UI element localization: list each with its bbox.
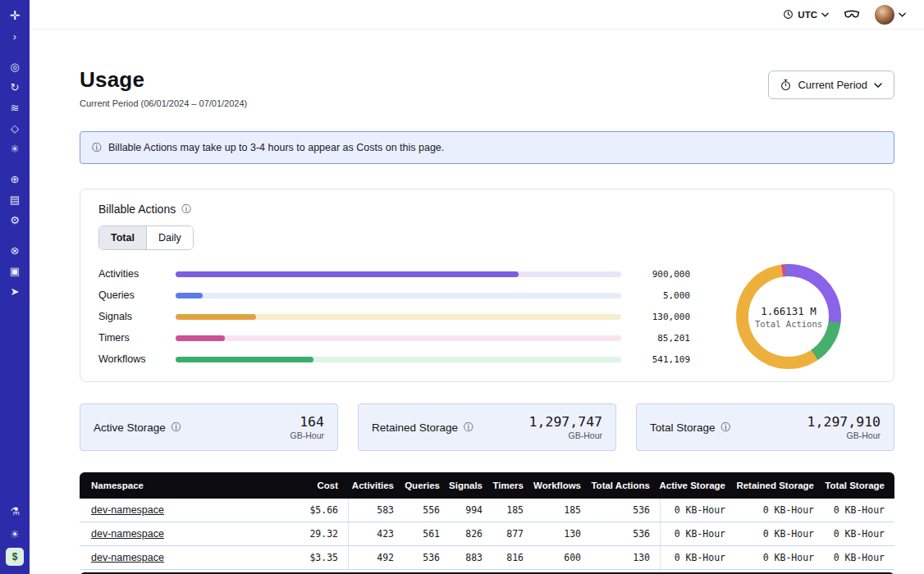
table-cell: 583	[348, 499, 404, 522]
namespace-cell: dev-namespace	[80, 522, 299, 545]
table-cell: 185	[492, 499, 533, 522]
chevron-down-icon	[821, 12, 829, 17]
namespace-link[interactable]: dev-namespace	[91, 552, 164, 563]
total-actions-label: Total Actions	[755, 319, 822, 329]
column-header-cost: Cost	[299, 472, 348, 499]
user-avatar	[875, 5, 894, 25]
deployments-icon[interactable]: ◇	[4, 119, 25, 137]
lab-flask-icon[interactable]: ⚗	[4, 502, 25, 520]
info-icon[interactable]: ⓘ	[181, 204, 191, 214]
bar-label: Queries	[98, 289, 171, 301]
bar-fill	[176, 335, 225, 341]
column-header-retained-storage: Retained Storage	[735, 472, 824, 499]
bar-label: Timers	[98, 332, 171, 344]
column-header-total-storage: Total Storage	[824, 472, 894, 499]
period-selector-label: Current Period	[798, 79, 867, 91]
table-cell: 0 KB-Hour	[735, 522, 824, 545]
collapse-panel-chevron-icon[interactable]: ›	[4, 27, 25, 45]
table-cell: 423	[348, 522, 404, 545]
sidebar-icon-group: ✛›	[4, 7, 25, 45]
limits-icon[interactable]: ⊗	[4, 241, 25, 259]
timezone-label: UTC	[798, 10, 817, 20]
chevron-down-icon	[899, 12, 906, 17]
nexus-goggles-icon[interactable]	[844, 10, 860, 20]
storage-card-label: Active Storage	[94, 421, 166, 434]
tab-total[interactable]: Total	[99, 226, 146, 249]
storage-card-label: Total Storage	[650, 421, 716, 434]
namespaces-icon[interactable]: ◎	[4, 57, 25, 75]
bar-fill	[176, 357, 313, 362]
billable-actions-card: Billable Actions ⓘ Total Daily Activitie…	[80, 189, 894, 382]
storage-card-value: 1,297,910	[807, 414, 881, 430]
bar-track	[176, 335, 621, 341]
table-cell: 130	[591, 546, 660, 569]
storage-card-unit: GB-Hour	[529, 430, 602, 440]
total-actions-donut-chart: 1.66131 M Total Actions	[736, 264, 841, 369]
table-cell: $5.66	[299, 499, 348, 522]
storage-card-value: 1,297,747	[529, 414, 602, 430]
column-header-namespace: Namespace	[80, 472, 299, 499]
table-cell: $3.35	[299, 546, 348, 569]
total-actions-value: 1.66131 M	[761, 305, 817, 317]
current-period-subtitle: Current Period (06/01/2024 – 07/01/2024)	[80, 98, 247, 108]
sidebar-bottom-icons: ⚗☀$	[4, 502, 25, 566]
globe-icon[interactable]: ⊕	[4, 170, 25, 188]
table-cell: 492	[348, 546, 404, 569]
settings-gear-icon[interactable]: ⚙	[4, 211, 25, 229]
storage-card-total-storage: Total Storageⓘ1,297,910GB-Hour	[636, 403, 894, 451]
storage-card-retained-storage: Retained Storageⓘ1,297,747GB-Hour	[358, 403, 616, 451]
user-menu[interactable]	[875, 5, 906, 25]
info-icon[interactable]: ⓘ	[721, 422, 731, 432]
schedules-icon[interactable]: ✳	[4, 139, 25, 157]
table-cell: 816	[492, 546, 533, 569]
namespace-link[interactable]: dev-namespace	[91, 528, 164, 540]
table-cell: 536	[591, 499, 660, 522]
info-icon[interactable]: ⓘ	[172, 422, 181, 432]
theme-sun-icon[interactable]: ☀	[4, 525, 25, 543]
bar-row-queries: Queries5,000	[98, 285, 690, 306]
bar-value: 5,000	[626, 290, 690, 301]
billable-actions-card-title: Billable Actions ⓘ	[98, 203, 876, 216]
namespace-cell: dev-namespace	[80, 546, 299, 569]
table-cell: 0 KB-Hour	[824, 546, 894, 569]
timezone-selector[interactable]: UTC	[783, 9, 829, 20]
docs-icon[interactable]: ▣	[4, 262, 25, 280]
info-icon[interactable]: ⓘ	[464, 422, 473, 432]
history-icon[interactable]: ↻	[4, 78, 25, 96]
storage-card-label: Retained Storage	[372, 421, 458, 434]
sidebar-icon-group: ⊗▣➤	[4, 241, 25, 300]
table-row: dev-namespace$3.354925368838166001300 KB…	[80, 546, 894, 570]
usage-billing-icon[interactable]: ▤	[4, 190, 25, 208]
support-icon[interactable]: ➤	[4, 282, 25, 300]
table-cell: 883	[450, 546, 492, 569]
table-cell: 130	[533, 522, 591, 545]
table-cell: 0 KB-Hour	[660, 499, 735, 522]
namespace-link[interactable]: dev-namespace	[91, 504, 164, 516]
temporal-logo-icon[interactable]: ✛	[4, 7, 25, 25]
bar-track	[176, 314, 621, 320]
tab-daily[interactable]: Daily	[146, 226, 193, 249]
sidebar-nav-groups: ✛›◎↻≋◇✳⊕▤⚙⊗▣➤	[4, 7, 25, 312]
usd-badge-icon[interactable]: $	[6, 548, 24, 566]
table-body: dev-namespace$5.665835569941851855360 KB…	[80, 499, 894, 570]
table-header-row: NamespaceCostActivitiesQueriesSignalsTim…	[80, 472, 894, 499]
storage-card-value: 164	[290, 414, 324, 430]
sidebar-icon-group: ⊕▤⚙	[4, 170, 25, 229]
sidebar: ✛›◎↻≋◇✳⊕▤⚙⊗▣➤ ⚗☀$	[0, 0, 30, 574]
usage-page: Usage Current Period (06/01/2024 – 07/01…	[30, 67, 924, 574]
task-queues-icon[interactable]: ≋	[4, 98, 25, 116]
bar-value: 900,000	[626, 269, 690, 280]
billable-actions-bar-chart: Activities900,000Queries5,000Signals130,…	[98, 263, 690, 370]
bar-label: Activities	[98, 268, 171, 280]
table-cell: 561	[404, 522, 450, 545]
column-header-activities: Activities	[348, 472, 404, 499]
clock-icon	[783, 9, 794, 20]
billable-actions-info-banner: ⓘ Billable Actions may take up to 3-4 ho…	[80, 131, 894, 164]
period-selector-button[interactable]: Current Period	[768, 71, 894, 99]
bar-label: Workflows	[98, 353, 171, 365]
bar-value: 541,109	[626, 354, 690, 365]
banner-text: Billable Actions may take up to 3-4 hour…	[108, 142, 444, 153]
table-cell: 185	[533, 499, 591, 522]
table-row: dev-namespace29.324235618268771305360 KB…	[80, 522, 894, 546]
bar-track	[176, 357, 621, 362]
